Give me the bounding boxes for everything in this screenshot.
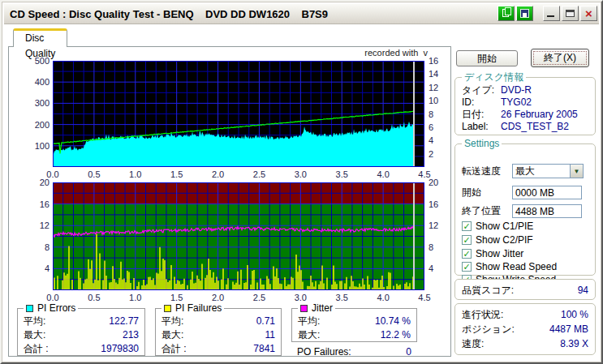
y-left-tick-label: 20: [22, 178, 50, 187]
speed-label: 転送速度: [462, 165, 512, 178]
speed-value: 最大: [515, 165, 535, 178]
y-right-tick-label: 20: [429, 178, 446, 187]
quality-score-row: 品質スコア: 94: [462, 283, 588, 298]
disc-type-row: タイプ:DVD-R: [462, 84, 588, 96]
po-failures-label: PO Failures:: [297, 346, 351, 358]
x-tick-label: 2.0: [209, 169, 228, 179]
check-icon[interactable]: ✓: [462, 235, 472, 245]
x-tick-label: 2.0: [209, 293, 228, 302]
x-tick-label: 3.0: [291, 293, 310, 302]
speed-select[interactable]: 最大 ▼: [512, 164, 584, 178]
x-tick-label: 1.5: [167, 293, 187, 302]
pi-errors-stats-box: PI Errors 平均:122.77 最大:213 合計 :1979830: [17, 302, 145, 356]
checkbox-show-c2-pif[interactable]: ✓Show C2/PIF: [462, 234, 533, 246]
checkbox-show-jitter[interactable]: ✓Show Jitter: [462, 248, 523, 259]
x-tick-label: 3.5: [332, 293, 351, 302]
quality-score-value: 94: [578, 283, 588, 298]
pi-failures-title: PI Failures: [175, 302, 222, 314]
y-left-tick-label: 400: [22, 77, 50, 87]
y-left-tick-label: 16: [22, 199, 50, 209]
minimize-button[interactable]: [543, 6, 560, 21]
end-position-row: 終了位置: [462, 204, 588, 218]
x-tick-label: 0.5: [84, 293, 104, 302]
x-tick-label: 4.0: [373, 169, 393, 179]
x-tick-label: 3.0: [291, 169, 310, 179]
jitter-title: Jitter: [312, 302, 333, 314]
x-tick-label: 0.0: [43, 293, 62, 302]
po-failures-row: PO Failures: 0: [297, 346, 411, 358]
pi-failures-swatch: [164, 305, 171, 312]
quality-score-group: 品質スコア: 94: [454, 279, 596, 300]
y-right-tick-label: 6: [429, 122, 446, 132]
stat-row: 平均:10.74 %: [298, 315, 411, 328]
tab-disc-quality[interactable]: Disc Quality: [13, 28, 67, 47]
jitter-swatch: [300, 305, 308, 312]
copy-icon: [502, 9, 509, 17]
stat-row: 平均:122.77: [24, 315, 139, 328]
y-right-tick-label: 2: [429, 149, 446, 159]
y-left-tick-label: 8: [22, 242, 50, 252]
check-icon[interactable]: ✓: [462, 249, 472, 259]
pi-failures-stats-box: PI Failures 平均:0.71 最大:11 合計 :7841: [155, 302, 282, 356]
check-icon[interactable]: ✓: [462, 262, 472, 272]
speed-row: 転送速度 最大 ▼: [462, 164, 588, 178]
stat-row: 最大:12.2 %: [298, 328, 411, 342]
stat-row: 最大:213: [24, 328, 139, 342]
y-right-tick-label: 8: [429, 109, 446, 119]
titlebar-buttons: ×: [496, 6, 597, 21]
maximize-icon: [566, 10, 575, 17]
disc-info-title: ディスク情報: [462, 71, 526, 84]
end-position-field[interactable]: [512, 204, 582, 218]
y-right-tick-label: 4: [429, 263, 446, 273]
save-icon: [520, 9, 529, 18]
quality-score-label: 品質スコア:: [462, 283, 514, 298]
tab-label: Disc Quality: [25, 32, 55, 59]
y-right-tick-label: 8: [429, 242, 446, 252]
y-left-tick-label: 4: [22, 263, 50, 273]
speed-row-status: 速度:8.39 X: [462, 336, 588, 351]
pi-errors-swatch: [26, 305, 33, 312]
close-button[interactable]: ×: [580, 6, 597, 21]
app-window: CD Speed : Disc Quality Test - BENQ DVD …: [0, 0, 603, 364]
window-title: CD Speed : Disc Quality Test - BENQ DVD …: [4, 8, 328, 20]
disc-label-row: Label:CDS_TEST_B2: [462, 121, 588, 133]
progress-group: 進行状況:100 % ポジション:4487 MB 速度:8.39 X: [454, 303, 596, 355]
x-tick-label: 1.0: [126, 293, 145, 302]
pi-failures-chart-svg: [53, 182, 424, 290]
exit-button[interactable]: 終了(X): [531, 49, 589, 67]
x-tick-label: 3.5: [332, 169, 351, 179]
stat-row: 最大:11: [162, 328, 275, 342]
save-button[interactable]: [516, 6, 533, 21]
x-tick-label: 4.0: [373, 293, 393, 302]
y-right-tick-label: 16: [429, 56, 446, 66]
minimize-icon: [547, 15, 554, 17]
disc-date-row: 日付:26 February 2005: [462, 109, 588, 121]
chevron-down-icon[interactable]: ▼: [570, 165, 583, 178]
start-position-field[interactable]: [512, 186, 582, 199]
y-left-tick-label: 300: [22, 98, 50, 108]
close-icon: ×: [585, 6, 592, 20]
disc-id-row: ID:TYG02: [462, 96, 588, 109]
y-right-tick-label: 12: [429, 83, 446, 92]
checkbox-show-c1-pie[interactable]: ✓Show C1/PIE: [462, 221, 533, 232]
x-tick-label: 0.5: [84, 169, 104, 179]
maximize-button[interactable]: [562, 6, 579, 21]
y-right-tick-label: 12: [429, 221, 446, 230]
settings-group: Settings 転送速度 最大 ▼ 開始 終了位置 ✓Show C1/PIE …: [454, 138, 596, 276]
pi-errors-chart-svg: [53, 61, 424, 167]
start-position-row: 開始: [462, 186, 588, 199]
y-left-tick-label: 200: [22, 120, 50, 130]
x-tick-label: 4.5: [415, 293, 434, 302]
position-row: ポジション:4487 MB: [462, 322, 588, 336]
titlebar[interactable]: CD Speed : Disc Quality Test - BENQ DVD …: [4, 4, 599, 24]
check-icon[interactable]: ✓: [462, 221, 472, 231]
checkbox-show-read-speed[interactable]: ✓Show Read Speed: [462, 261, 557, 272]
po-failures-value: 0: [406, 346, 411, 358]
stat-row: 合計 :7841: [162, 342, 275, 356]
x-tick-label: 1.0: [126, 169, 145, 179]
stat-row: 平均:0.71: [162, 315, 275, 328]
start-button[interactable]: 開始: [456, 50, 518, 66]
copy-button[interactable]: [497, 6, 515, 21]
x-tick-label: 2.5: [249, 293, 269, 302]
x-tick-label: 1.5: [167, 169, 187, 179]
